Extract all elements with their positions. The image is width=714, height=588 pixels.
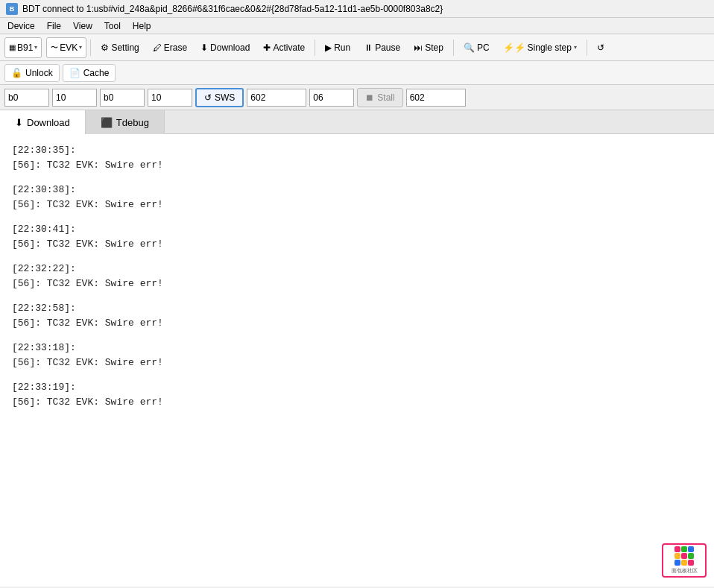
download-label: Download [210,42,250,53]
tab-download-icon: ⬇ [15,117,23,128]
log-entry: [22:33:19]:[56]: TC32 EVK: Swire err! [12,380,702,409]
title-text: BDT connect to 1:usb#vid_248a&pid_8266#6… [22,4,443,14]
lock-icon: 🔓 [11,68,22,78]
refresh-button[interactable]: ↺ [591,37,610,58]
tab-tdebug[interactable]: ⬛ Tdebug [86,110,165,134]
log-entry: [22:32:22]:[56]: TC32 EVK: Swire err! [12,262,702,291]
single-step-icon: ⚡⚡ [503,42,525,53]
run-button[interactable]: ▶ Run [319,37,356,58]
b91-label: B91 [17,42,33,53]
log-message: [56]: TC32 EVK: Swire err! [12,199,163,210]
activate-icon: ✚ [263,42,271,53]
single-step-arrow: ▾ [574,44,577,51]
pc-button[interactable]: 🔍 PC [458,37,496,58]
field-10-2[interactable] [148,89,192,107]
evk-label: EVK [60,42,78,53]
pause-button[interactable]: ⏸ Pause [358,37,406,58]
erase-icon: 🖊 [153,42,162,53]
app-icon: B [6,3,18,15]
activate-button[interactable]: ✚ Activate [257,37,311,58]
menu-file[interactable]: File [42,19,66,33]
field-b0-1[interactable] [4,89,49,107]
log-timestamp: [22:33:19]: [12,382,76,393]
b91-dropdown[interactable]: ▦ B91 ▾ [4,37,42,58]
menu-tool[interactable]: Tool [100,19,125,33]
stall-button[interactable]: ⏹ Stall [357,88,402,107]
log-entry: [22:30:35]:[56]: TC32 EVK: Swire err! [12,143,702,172]
pc-icon: 🔍 [464,42,475,53]
single-step-button[interactable]: ⚡⚡ Single step ▾ [497,37,583,58]
log-timestamp: [22:30:41]: [12,224,76,235]
cache-label: Cache [83,68,110,78]
fields-bar: ↺ SWS ⏹ Stall [0,85,714,110]
menu-device[interactable]: Device [3,19,40,33]
step-icon: ⏭ [414,42,423,53]
stall-icon: ⏹ [365,92,374,103]
sws-refresh-icon: ↺ [204,92,212,103]
run-label: Run [334,42,350,53]
refresh-icon: ↺ [597,42,604,53]
log-entry: [22:32:58]:[56]: TC32 EVK: Swire err! [12,301,702,330]
unlock-button[interactable]: 🔓 Unlock [4,64,60,82]
toolbar: ▦ B91 ▾ 〜 EVK ▾ ⚙ Setting 🖊 Erase ⬇ Down… [0,34,714,61]
activate-label: Activate [273,42,305,53]
log-timestamp: [22:30:35]: [12,145,76,156]
download-button[interactable]: ⬇ Download [195,37,256,58]
setting-button[interactable]: ⚙ Setting [95,37,145,58]
b91-arrow: ▾ [34,44,37,51]
pc-label: PC [477,42,490,53]
tab-download[interactable]: ⬇ Download [0,110,86,134]
log-panel: [22:30:35]:[56]: TC32 EVK: Swire err![22… [0,134,714,587]
log-message: [56]: TC32 EVK: Swire err! [12,357,163,368]
log-timestamp: [22:33:18]: [12,342,76,353]
setting-icon: ⚙ [101,42,109,53]
cache-icon: 📄 [69,68,80,78]
evk-dropdown[interactable]: 〜 EVK ▾ [46,37,86,58]
step-label: Step [425,42,443,53]
log-entry: [22:30:41]:[56]: TC32 EVK: Swire err! [12,222,702,251]
erase-label: Erase [164,42,187,53]
log-timestamp: [22:30:38]: [12,184,76,195]
field-602-1[interactable] [247,89,306,107]
secondary-toolbar: 🔓 Unlock 📄 Cache [0,61,714,85]
watermark-text: 面包板社区 [672,567,698,575]
tab-tdebug-label: Tdebug [116,117,149,128]
log-entry: [22:33:18]:[56]: TC32 EVK: Swire err! [12,341,702,370]
field-b0-2[interactable] [100,89,145,107]
menu-bar: Device File View Tool Help [0,18,714,34]
erase-button[interactable]: 🖊 Erase [147,37,193,58]
field-602-2[interactable] [406,89,466,107]
field-10-1[interactable] [52,89,97,107]
setting-label: Setting [111,42,139,53]
single-step-label: Single step [528,42,572,53]
unlock-label: Unlock [25,68,53,78]
log-message: [56]: TC32 EVK: Swire err! [12,159,163,171]
run-icon: ▶ [325,42,332,53]
field-06[interactable] [309,89,354,107]
tab-download-label: Download [27,117,70,128]
sep3 [453,39,454,56]
menu-help[interactable]: Help [128,19,156,33]
log-message: [56]: TC32 EVK: Swire err! [12,238,163,250]
cache-button[interactable]: 📄 Cache [63,64,116,82]
log-message: [56]: TC32 EVK: Swire err! [12,396,163,408]
watermark: 面包板社区 [662,543,707,581]
step-button[interactable]: ⏭ Step [408,37,449,58]
sws-button[interactable]: ↺ SWS [195,88,244,107]
sep4 [587,39,587,56]
log-message: [56]: TC32 EVK: Swire err! [12,317,163,329]
download-icon: ⬇ [200,42,208,53]
sws-label: SWS [215,92,235,103]
stall-label: Stall [377,92,394,103]
menu-view[interactable]: View [69,19,97,33]
title-bar: B BDT connect to 1:usb#vid_248a&pid_8266… [0,0,714,18]
pause-label: Pause [375,42,400,53]
log-timestamp: [22:32:22]: [12,263,76,274]
tab-tdebug-icon: ⬛ [101,117,113,128]
log-timestamp: [22:32:58]: [12,303,76,314]
sep2 [315,39,315,56]
log-message: [56]: TC32 EVK: Swire err! [12,278,163,289]
evk-arrow: ▾ [79,44,82,51]
log-entry: [22:30:38]:[56]: TC32 EVK: Swire err! [12,183,702,212]
sep1 [90,39,91,56]
